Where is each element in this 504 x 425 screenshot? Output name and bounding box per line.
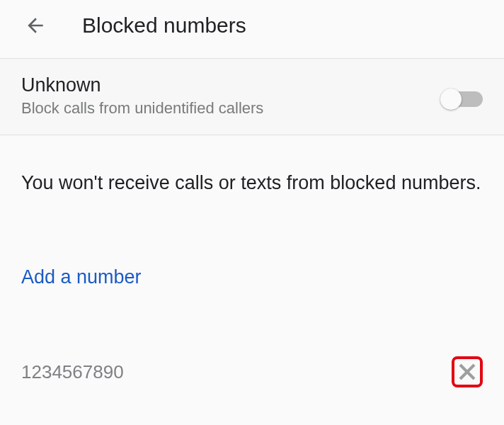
blocked-number-value: 1234567890 <box>21 361 124 383</box>
unknown-toggle-title: Unknown <box>21 74 263 96</box>
blocked-number-row: 1234567890 <box>0 356 504 387</box>
unknown-toggle-subtitle: Block calls from unidentified callers <box>21 99 263 118</box>
unknown-toggle-row[interactable]: Unknown Block calls from unidentified ca… <box>0 58 504 135</box>
back-button[interactable] <box>18 8 52 42</box>
unknown-toggle-switch[interactable] <box>443 89 483 104</box>
add-number-link[interactable]: Add a number <box>0 266 163 288</box>
unknown-toggle-text: Unknown Block calls from unidentified ca… <box>21 74 263 118</box>
info-text: You won't receive calls or texts from bl… <box>0 135 504 198</box>
header: Blocked numbers <box>0 0 504 58</box>
switch-thumb <box>440 89 462 110</box>
close-icon <box>457 361 478 382</box>
remove-number-button[interactable] <box>452 356 483 387</box>
page-title: Blocked numbers <box>82 13 246 38</box>
arrow-left-icon <box>24 14 47 37</box>
